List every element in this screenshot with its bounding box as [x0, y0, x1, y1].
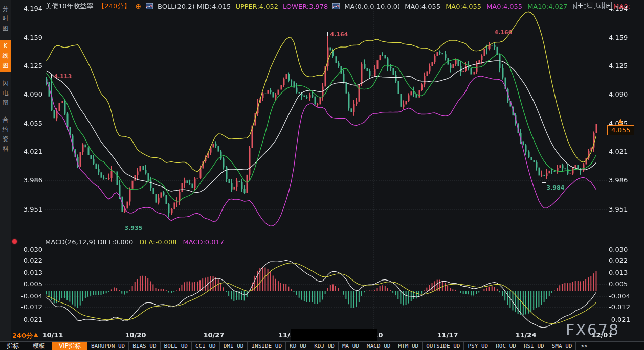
ma-value-2: MA0:4.055 — [486, 3, 522, 10]
axis-right-icon[interactable] — [595, 2, 603, 9]
price-marker-icon: ▲ — [618, 118, 623, 125]
period-indicator[interactable]: 240分 — [12, 331, 33, 340]
y-axis-label: 0.030 — [13, 246, 42, 253]
sidebar-item-0[interactable]: 分时图 — [0, 4, 11, 33]
sidebar: 分时图K线图闪电图合约资料 — [0, 0, 11, 341]
indicator-button-BARUPDN_UD[interactable]: BARUPDN_UD — [87, 342, 129, 350]
ma-chart-icon[interactable] — [332, 3, 340, 9]
boll-lower-value: LOWER:3.978 — [283, 3, 328, 10]
macd-indicator-icon[interactable] — [12, 239, 17, 244]
indicator-button-SMA_UD[interactable]: SMA_UD — [548, 342, 576, 350]
y-axis-label: 4.021 — [609, 148, 641, 155]
y-axis-label: 0.030 — [609, 246, 641, 253]
x-axis-date: 10/20 — [121, 331, 150, 339]
ma-value-5: MA0: — [613, 3, 630, 10]
macd-header: MACD(26,12,9) DIFF:0.000 DEA:-0.008 MACD… — [45, 238, 224, 246]
y-axis-label: 4.159 — [609, 34, 641, 41]
y-axis-label: 4.021 — [13, 148, 42, 155]
crosshair-icon[interactable] — [576, 2, 584, 9]
y-axis-label: 0.022 — [13, 256, 42, 264]
y-axis-label: 4.125 — [13, 62, 42, 69]
vip-indicator-tab[interactable]: VIP指标 — [52, 342, 87, 350]
boll-chart-icon[interactable] — [146, 3, 153, 9]
y-axis-label: -0.012 — [13, 303, 42, 311]
y-axis-label: 4.090 — [13, 90, 42, 98]
indicator-button-OUTSIDE_UD[interactable]: OUTSIDE_UD — [423, 342, 464, 350]
toolbar-tab-0[interactable]: 指标 — [0, 342, 26, 350]
y-axis-label: 3.951 — [609, 205, 641, 213]
indicator-button-RSI_UD[interactable]: RSI_UD — [520, 342, 548, 350]
y-axis-label: 3.986 — [609, 176, 641, 184]
y-axis-label: -0.004 — [13, 292, 42, 300]
indicator-button-BIAS_UD[interactable]: BIAS_UD — [129, 342, 160, 350]
indicator-button-MACD_UD[interactable]: MACD_UD — [363, 342, 394, 350]
sidebar-item-1[interactable]: K线图 — [0, 40, 11, 72]
y-axis-label: 0.022 — [609, 256, 641, 264]
indicator-button-KDJ_UD[interactable]: KDJ_UD — [310, 342, 339, 350]
trading-terminal: 分时图K线图闪电图合约资料 美债10年收益率 【240分】 ⊕ BOLL(20,… — [0, 0, 644, 350]
current-price-badge: 4.055 — [607, 125, 634, 135]
indicator-button-BOLL_UD[interactable]: BOLL_UD — [161, 342, 192, 350]
macd-macd-value: MACD:0.017 — [183, 238, 224, 246]
ma-value-1: MA0:4.055 — [446, 3, 481, 10]
ma-value-0: MA0:4.055 — [405, 3, 440, 10]
macd-label: MACD(26,12,9) DIFF:0.000 — [45, 238, 133, 246]
y-axis-label: -0.021 — [13, 316, 42, 323]
indicator-button-INSIDE_UD[interactable]: INSIDE_UD — [248, 342, 286, 350]
y-axis-label: 0.005 — [13, 280, 42, 288]
boll-label: BOLL(20,2) MID:4.015 — [158, 3, 231, 10]
instrument-title: 美债10年收益率 — [45, 2, 94, 11]
indicator-button-DMI_UD[interactable]: DMI_UD — [220, 342, 248, 350]
exit-icon[interactable] — [604, 2, 612, 9]
sidebar-item-2[interactable]: 闪电图 — [0, 79, 11, 108]
x-axis-date: 10/11 — [38, 331, 67, 339]
watermark: FX678 — [566, 321, 619, 339]
y-axis-label: 3.986 — [13, 176, 42, 184]
indicator-button-MTM_UD[interactable]: MTM_UD — [394, 342, 423, 350]
x-axis: 240分 ▲ 10/1110/2010/2711/311/1011/1711/2… — [0, 329, 644, 341]
add-indicator-icon[interactable]: ⊕ — [135, 2, 141, 10]
macd-dea-value: DEA:-0.008 — [139, 238, 176, 246]
y-axis-label: 0.013 — [609, 269, 641, 276]
y-axis-label: 4.194 — [13, 5, 42, 12]
window-controls — [576, 2, 612, 9]
y-axis-label: 0.005 — [609, 280, 641, 288]
y-axis-label: 4.055 — [13, 120, 42, 127]
period-label: 【240分】 — [98, 2, 131, 11]
x-axis-date: 11/24 — [512, 331, 540, 339]
redaction-box — [291, 329, 377, 341]
chart-canvas[interactable] — [0, 0, 644, 350]
collapse-triangle-icon[interactable]: ▲ — [34, 331, 38, 338]
x-axis-date: 11/17 — [433, 331, 462, 339]
y-axis-label: 4.090 — [609, 90, 641, 98]
y-axis-label: -0.012 — [609, 303, 641, 311]
boll-upper-value: UPPER:4.052 — [235, 3, 278, 10]
indicator-button-ROC_UD[interactable]: ROC_UD — [492, 342, 520, 350]
chart-header: 美债10年收益率 【240分】 ⊕ BOLL(20,2) MID:4.015 U… — [45, 2, 630, 11]
indicator-button-KD_UD[interactable]: KD_UD — [286, 342, 310, 350]
y-axis-label: 4.125 — [609, 62, 641, 69]
y-axis-label: -0.004 — [609, 292, 641, 300]
indicator-button-PSY_UD[interactable]: PSY_UD — [464, 342, 492, 350]
ma-value-3: MA10:4.027 — [527, 3, 567, 10]
more-indicators-button[interactable]: >> — [576, 342, 592, 350]
y-axis-label: 4.159 — [13, 34, 42, 41]
toolbar-tab-1[interactable]: 模板 — [26, 342, 52, 350]
bottom-toolbar: 指标模板VIP指标BARUPDN_UDBIAS_UDBOLL_UDCCI_UDD… — [0, 341, 644, 350]
sidebar-item-3[interactable]: 合约资料 — [0, 115, 11, 154]
indicator-button-CCI_UD[interactable]: CCI_UD — [192, 342, 220, 350]
axis-left-icon[interactable] — [586, 2, 593, 9]
x-axis-date: 10/27 — [199, 331, 228, 339]
y-axis-label: 0.013 — [13, 269, 42, 276]
y-axis-label: 3.951 — [13, 205, 42, 213]
indicator-button-MA_UD[interactable]: MA_UD — [339, 342, 363, 350]
ma-params-label: MA(0,0,0,10,0,0) — [344, 3, 400, 10]
